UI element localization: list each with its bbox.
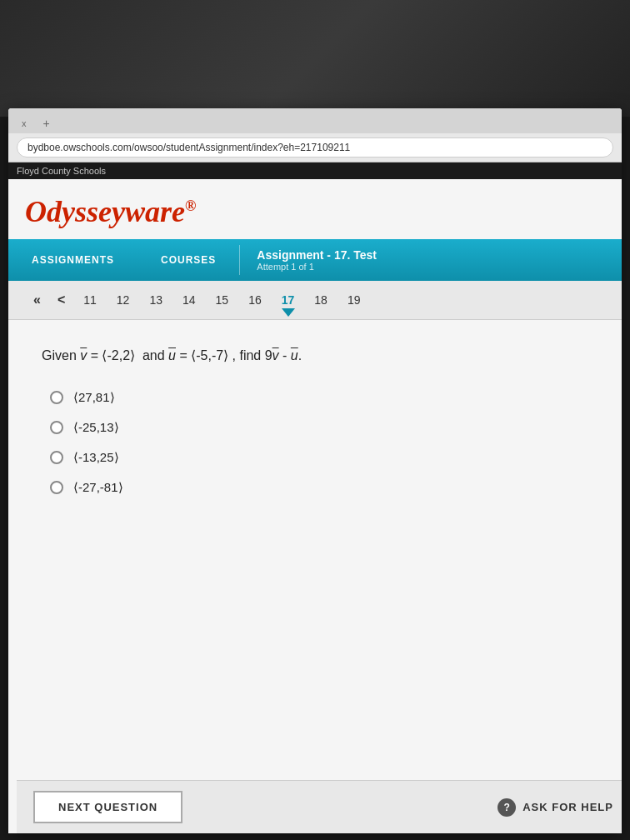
choice-c[interactable]: ⟨-13,25⟩ bbox=[50, 450, 588, 465]
nav-assignment-info: Assignment - 17. Test Attempt 1 of 1 bbox=[240, 248, 393, 272]
ask-help-label: ASK FOR HELP bbox=[522, 801, 613, 813]
tab-close-button[interactable]: x bbox=[15, 115, 33, 132]
logo-reg-symbol: ® bbox=[185, 198, 196, 214]
app-logo: Odysseyware® bbox=[25, 194, 605, 229]
ask-for-help-button[interactable]: ? ASK FOR HELP bbox=[498, 798, 613, 817]
page-12[interactable]: 12 bbox=[107, 290, 140, 310]
page-content: Odysseyware® ASSIGNMENTS COURSES Assignm… bbox=[8, 179, 622, 833]
choice-a-label: ⟨27,81⟩ bbox=[73, 390, 115, 405]
browser-chrome: x + bydboe.owschools.com/owsoo/studentAs… bbox=[8, 108, 622, 162]
assignment-title: Assignment - 17. Test bbox=[257, 248, 377, 262]
school-name: Floyd County Schools bbox=[17, 166, 106, 176]
choice-b[interactable]: ⟨-25,13⟩ bbox=[50, 420, 588, 435]
tab-bar: x + bbox=[8, 108, 622, 133]
nav-courses[interactable]: COURSES bbox=[138, 239, 239, 281]
v-vector: v bbox=[80, 348, 87, 362]
radio-a[interactable] bbox=[50, 391, 63, 404]
address-bar[interactable]: bydboe.owschools.com/owsoo/studentAssign… bbox=[17, 138, 613, 158]
new-tab-button[interactable]: + bbox=[37, 113, 57, 133]
radio-b[interactable] bbox=[50, 421, 63, 434]
next-question-button[interactable]: NEXT QUESTION bbox=[33, 791, 182, 823]
choice-a[interactable]: ⟨27,81⟩ bbox=[50, 390, 588, 405]
page-14[interactable]: 14 bbox=[172, 290, 206, 310]
school-bar: Floyd County Schools bbox=[8, 162, 622, 179]
bottom-bar: NEXT QUESTION ? ASK FOR HELP bbox=[17, 780, 622, 833]
page-15[interactable]: 15 bbox=[206, 290, 239, 310]
nav-bar: ASSIGNMENTS COURSES Assignment - 17. Tes… bbox=[8, 239, 622, 281]
camera-background bbox=[0, 0, 630, 117]
first-page-button[interactable]: « bbox=[25, 289, 49, 311]
choice-b-label: ⟨-25,13⟩ bbox=[73, 420, 119, 435]
question-text: Given v = ⟨-2,2⟩ and u = ⟨-5,-7⟩ , find … bbox=[42, 345, 588, 367]
radio-c[interactable] bbox=[50, 451, 63, 464]
page-17[interactable]: 17 bbox=[272, 290, 305, 310]
page-19[interactable]: 19 bbox=[338, 290, 371, 310]
u-vector: u bbox=[168, 348, 176, 362]
question-area: Given v = ⟨-2,2⟩ and u = ⟨-5,-7⟩ , find … bbox=[8, 320, 622, 520]
page-18[interactable]: 18 bbox=[304, 290, 338, 310]
radio-d[interactable] bbox=[50, 481, 63, 494]
help-icon: ? bbox=[498, 798, 516, 817]
u-vector-2: u bbox=[291, 348, 298, 362]
address-bar-row: bydboe.owschools.com/owsoo/studentAssign… bbox=[8, 133, 622, 162]
answer-choices: ⟨27,81⟩ ⟨-25,13⟩ ⟨-13,25⟩ ⟨-27,-81⟩ bbox=[50, 390, 588, 495]
nav-assignments[interactable]: ASSIGNMENTS bbox=[8, 239, 138, 281]
page-11[interactable]: 11 bbox=[73, 290, 107, 310]
logo-text: Odysseyware bbox=[25, 195, 185, 228]
prev-page-button[interactable]: < bbox=[49, 289, 73, 311]
logo-section: Odysseyware® bbox=[8, 179, 622, 239]
browser-window: x + bydboe.owschools.com/owsoo/studentAs… bbox=[8, 108, 622, 833]
choice-d-label: ⟨-27,-81⟩ bbox=[73, 480, 123, 495]
attempt-label: Attempt 1 of 1 bbox=[257, 262, 377, 272]
pagination-bar: « < 11 12 13 14 15 16 17 18 19 bbox=[8, 281, 622, 320]
v-vector-2: v bbox=[272, 348, 279, 362]
choice-d[interactable]: ⟨-27,-81⟩ bbox=[50, 480, 588, 495]
choice-c-label: ⟨-13,25⟩ bbox=[73, 450, 119, 465]
page-16[interactable]: 16 bbox=[238, 290, 272, 310]
page-13[interactable]: 13 bbox=[139, 290, 172, 310]
